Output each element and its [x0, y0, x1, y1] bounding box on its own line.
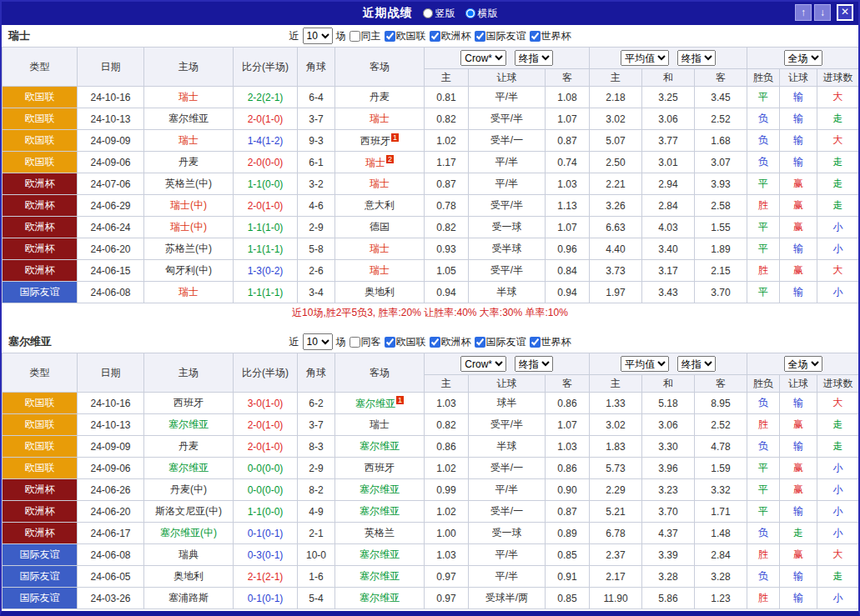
final-odds-select-2[interactable]: 终指: [677, 356, 716, 372]
same-venue-filter[interactable]: 同主: [350, 29, 381, 43]
away-team-cell: 塞尔维亚1: [335, 393, 425, 414]
layout-option-vertical[interactable]: 竖版: [423, 7, 455, 21]
competition-checkbox[interactable]: [475, 31, 485, 42]
final-odds-select-2[interactable]: 终指: [677, 50, 716, 66]
match-date: 24-06-05: [78, 566, 144, 588]
recent-count-select[interactable]: 10: [303, 333, 333, 350]
odds-handicap: 平/半: [469, 173, 546, 195]
competition-filter-world-cup[interactable]: 世界杯: [530, 335, 571, 349]
match-score: 1-1(0-0): [234, 173, 298, 195]
odds-home: 0.94: [425, 282, 469, 303]
recent-count-select[interactable]: 10: [303, 28, 333, 44]
corner-count: 9-3: [298, 130, 335, 152]
league-type-cell: 欧国联: [3, 436, 78, 458]
corner-count: 8-3: [298, 436, 335, 458]
competition-filter-nations-league[interactable]: 欧国联: [385, 335, 426, 349]
corner-count: 4-9: [298, 501, 335, 523]
same-venue-checkbox[interactable]: [350, 337, 360, 348]
bookmaker-select[interactable]: Crow*: [460, 50, 506, 66]
competition-checkbox[interactable]: [530, 337, 541, 348]
col-away: 客场: [335, 48, 425, 87]
layout-radio-vertical[interactable]: [423, 8, 433, 18]
odds-handicap: 平/半: [469, 87, 546, 108]
match-date: 24-03-26: [78, 588, 144, 609]
competition-filter-world-cup[interactable]: 世界杯: [530, 29, 571, 43]
bookmaker-select[interactable]: Crow*: [460, 356, 506, 372]
match-score: 1-1(1-0): [234, 217, 298, 238]
competition-checkbox[interactable]: [430, 31, 440, 42]
competition-filter-nations-league[interactable]: 欧国联: [385, 29, 426, 43]
fulltime-select[interactable]: 全场: [784, 50, 822, 66]
competition-label: 国际友谊: [486, 335, 526, 349]
average-odds-select[interactable]: 平均值: [621, 50, 669, 66]
avg-away: 2.52: [695, 414, 747, 436]
avg-away: 1.59: [695, 458, 747, 479]
result-goals: 小: [817, 238, 859, 260]
result-goals: 走: [817, 566, 859, 588]
up-arrow-icon: ↑: [801, 7, 806, 18]
competition-checkbox[interactable]: [385, 31, 395, 42]
scroll-up-button[interactable]: ↑: [795, 4, 812, 21]
avg-draw: 2.84: [642, 195, 695, 217]
league-type-cell: 欧国联: [3, 130, 78, 152]
final-odds-select[interactable]: 终指: [515, 50, 553, 66]
avg-away: 3.70: [695, 282, 747, 303]
league-type-cell: 欧洲杯: [3, 260, 78, 282]
match-row: 欧国联24-09-09丹麦2-0(1-0)8-3塞尔维亚0.86半球1.031.…: [3, 436, 859, 458]
layout-option-horizontal[interactable]: 横版: [465, 7, 498, 21]
away-team-name: 奥地利: [365, 286, 395, 298]
close-button[interactable]: ✕: [837, 4, 853, 21]
avg-draw: 3.25: [642, 87, 695, 108]
result-handicap: 输: [780, 152, 817, 173]
result-winlose: 负: [747, 152, 780, 173]
handicap-odds-group: Crow* 终指: [425, 48, 590, 69]
away-team-cell: 瑞士: [335, 260, 425, 282]
fulltime-select[interactable]: 全场: [784, 356, 822, 372]
home-team-cell: 斯洛文尼亚(中): [144, 501, 234, 523]
avg-draw: 3.43: [642, 282, 695, 303]
odds-away: 0.94: [546, 282, 590, 303]
odds-home: 0.78: [425, 195, 469, 217]
avg-draw: 3.01: [642, 152, 695, 173]
match-score: 1-1(0-0): [234, 501, 298, 523]
competition-filter-euro[interactable]: 欧洲杯: [430, 29, 471, 43]
competition-checkbox[interactable]: [530, 31, 541, 42]
home-team-name: 塞浦路斯: [168, 592, 209, 603]
away-team-name: 塞尔维亚: [360, 483, 400, 495]
games-label: 场: [336, 29, 346, 43]
result-winlose: 负: [747, 108, 780, 130]
odds-handicap: 受半/一: [469, 501, 546, 523]
league-type-cell: 国际友谊: [3, 282, 78, 303]
col-score: 比分(半场): [234, 48, 298, 87]
section-team-name: 塞尔维亚: [8, 334, 52, 349]
competition-filter-friendly[interactable]: 国际友谊: [475, 335, 526, 349]
average-odds-select[interactable]: 平均值: [621, 356, 669, 372]
home-team-name: 丹麦: [179, 156, 199, 168]
result-winlose: 负: [747, 566, 780, 588]
same-venue-filter[interactable]: 同客: [350, 335, 381, 349]
final-odds-select[interactable]: 终指: [515, 356, 553, 372]
home-team-cell: 丹麦: [144, 436, 234, 458]
competition-filter-euro[interactable]: 欧洲杯: [430, 335, 471, 349]
competition-filter-friendly[interactable]: 国际友谊: [475, 29, 526, 43]
match-score: 1-1(1-1): [234, 238, 298, 260]
layout-radio-horizontal[interactable]: [465, 8, 475, 18]
corner-count: 3-7: [298, 108, 335, 130]
match-date: 24-09-06: [78, 458, 144, 479]
table-head: 类型 日期 主场 比分(半场) 角球 客场 Crow* 终指 平均值 终指: [3, 48, 859, 87]
competition-checkbox[interactable]: [430, 337, 440, 348]
same-venue-checkbox[interactable]: [350, 31, 360, 42]
competition-checkbox[interactable]: [475, 337, 485, 348]
odds-away: 1.07: [546, 108, 590, 130]
corner-count: 6-1: [298, 152, 335, 173]
scroll-down-button[interactable]: ↓: [814, 4, 831, 21]
col-corners: 角球: [298, 48, 335, 87]
home-team-name: 瑞士: [179, 286, 199, 298]
result-handicap: 输: [780, 130, 817, 152]
col-type: 类型: [3, 48, 78, 87]
competition-checkbox[interactable]: [385, 337, 395, 348]
section-team-name: 瑞士: [8, 28, 30, 43]
subcol-home-odds: 主: [425, 69, 469, 87]
team-rank-badge: 2: [386, 155, 394, 163]
match-date: 24-06-26: [78, 479, 144, 501]
